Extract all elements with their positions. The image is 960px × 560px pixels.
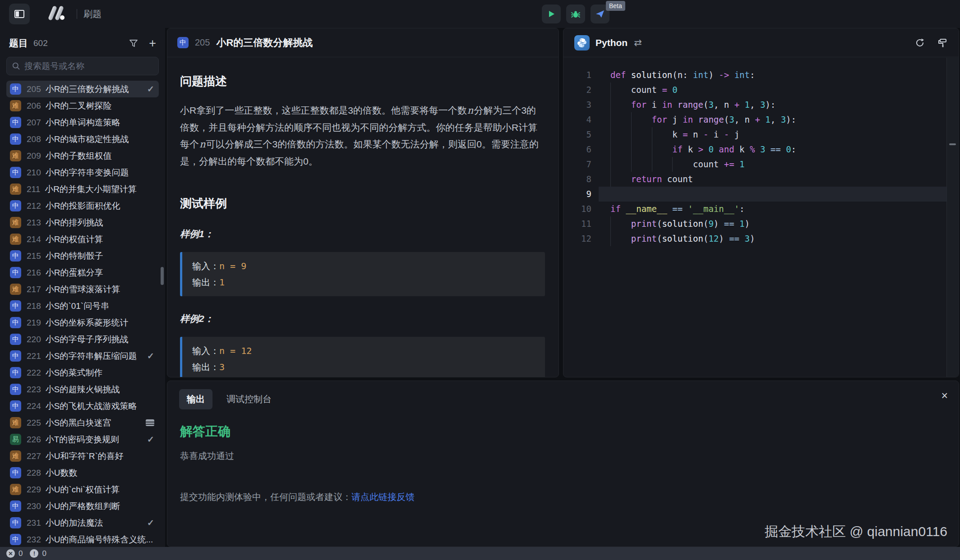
scroll-position-mark	[949, 143, 956, 145]
problem-list-item[interactable]: 难214小R的权值计算	[6, 231, 159, 248]
difficulty-badge: 中	[10, 267, 21, 278]
difficulty-badge: 中	[10, 517, 21, 528]
output-value: 1	[219, 277, 225, 288]
problem-number: 217	[27, 285, 41, 294]
problem-list-item[interactable]: 中216小R的蛋糕分享	[6, 264, 159, 281]
problem-list-item[interactable]: 中220小S的字母子序列挑战	[6, 331, 159, 348]
problem-number: 228	[27, 468, 41, 478]
problem-list-item[interactable]: 中232小U的商品编号特殊含义统...	[6, 531, 159, 547]
bug-icon	[571, 9, 581, 19]
problem-list-item[interactable]: 中210小R的字符串变换问题	[6, 164, 159, 181]
problem-title: 小R的并集大小期望计算	[45, 184, 154, 195]
check-icon: ✓	[147, 434, 154, 445]
errors-icon[interactable]: ✕	[6, 549, 15, 558]
problem-list-item[interactable]: 中228小U数数	[6, 464, 159, 481]
run-button[interactable]	[542, 5, 561, 23]
problem-list-item[interactable]: 难227小U和字符`R`的喜好	[6, 448, 159, 464]
code-line: for i in range(3, n + 1, 3):	[599, 97, 946, 112]
sidebar-scrollbar[interactable]	[161, 267, 164, 285]
divider	[77, 9, 77, 19]
code-editor-panel: Python ⇄ 1234	[563, 28, 959, 377]
reset-code-icon[interactable]	[914, 37, 925, 48]
problem-list-item[interactable]: 中212小R的投影面积优化	[6, 197, 159, 214]
problem-list-item[interactable]: 中205小R的三倍数分解挑战✓	[6, 81, 159, 97]
language-label: Python	[595, 37, 628, 48]
problem-list-item[interactable]: 中208小R的城市稳定性挑战	[6, 131, 159, 147]
add-icon[interactable]: +	[149, 37, 156, 50]
input-value: n = 12	[219, 345, 252, 356]
problem-title: 小S的字符串解压缩问题	[46, 350, 143, 362]
debug-button[interactable]	[566, 5, 585, 23]
close-icon[interactable]: ×	[941, 390, 948, 401]
problem-list-item[interactable]: 中215小R的特制骰子	[6, 248, 159, 264]
difficulty-badge: 难	[10, 484, 21, 495]
difficulty-badge: 易	[10, 434, 21, 445]
search-input[interactable]	[24, 61, 153, 71]
editor-scrollbar[interactable]	[946, 58, 959, 377]
line-number: 12	[563, 231, 599, 246]
problem-list-item[interactable]: 中223小S的超辣火锅挑战	[6, 381, 159, 398]
problem-list-item[interactable]: 难206小R的二叉树探险	[6, 97, 159, 114]
problem-list-item[interactable]: 中221小S的字符串解压缩问题✓	[6, 348, 159, 364]
warnings-icon[interactable]: !	[30, 549, 38, 558]
problem-list-item[interactable]: 难229小U的`chi`权值计算	[6, 481, 159, 498]
problem-list-item[interactable]: 难213小R的排列挑战	[6, 214, 159, 231]
search-icon	[12, 62, 20, 70]
toggle-sidebar-button[interactable]	[9, 4, 30, 24]
problem-number: 215	[27, 251, 41, 261]
problem-list-item[interactable]: 难209小R的子数组权值	[6, 147, 159, 164]
line-number: 8	[563, 172, 599, 187]
app-title: 刷题	[83, 8, 102, 20]
line-number: 3	[563, 97, 599, 112]
difficulty-badge: 难	[10, 417, 21, 428]
line-number: 5	[563, 127, 599, 142]
beta-badge: Beta	[606, 1, 625, 11]
problem-list-item[interactable]: 中218小S的`01`问号串	[6, 298, 159, 314]
problem-list-item[interactable]: 中231小U的加法魔法✓	[6, 514, 159, 531]
problem-list-item[interactable]: 中222小S的菜式制作	[6, 364, 159, 381]
input-label: 输入：	[192, 261, 219, 271]
line-number-gutter: 123456789101112	[563, 68, 599, 377]
problem-number: 225	[27, 418, 41, 428]
problem-number: 211	[27, 184, 40, 194]
line-number: 4	[563, 112, 599, 127]
difficulty-badge: 难	[10, 284, 21, 295]
line-number: 6	[563, 142, 599, 157]
code-line: k = n - i - j	[599, 127, 946, 142]
problem-number: 212	[27, 201, 41, 211]
tab-output[interactable]: 输出	[179, 389, 212, 409]
python-icon	[574, 35, 590, 50]
problem-title: 小S的飞机大战游戏策略	[46, 400, 154, 412]
problem-panel: 中 205 小R的三倍数分解挑战 问题描述 小R拿到了一些正整数，这些正整数都是…	[167, 28, 559, 377]
problem-list-item[interactable]: 难217小R的雪球滚落计算	[6, 281, 159, 298]
tab-debug-console[interactable]: 调试控制台	[219, 389, 279, 409]
difficulty-badge: 中	[10, 500, 21, 512]
problem-list-item[interactable]: 中224小S的飞机大战游戏策略	[6, 398, 159, 414]
problem-list-item[interactable]: 难225小S的黑白块迷宫	[6, 414, 159, 431]
problem-list-item[interactable]: 易226小T的密码变换规则✓	[6, 431, 159, 448]
problem-title: 小R的投影面积优化	[46, 200, 154, 212]
problem-list-item[interactable]: 中230小U的严格数组判断	[6, 498, 159, 514]
example-block: 输入：n = 12 输出：3	[180, 337, 545, 377]
format-code-icon[interactable]	[937, 37, 948, 48]
difficulty-badge: 难	[10, 450, 21, 462]
check-icon: ✓	[147, 518, 154, 528]
problem-number: 232	[27, 535, 41, 545]
problem-title: 小R的字符串变换问题	[46, 167, 154, 179]
code-area[interactable]: 123456789101112 def solution(n: int) -> …	[563, 58, 946, 377]
problem-number: 214	[27, 234, 41, 244]
problem-sidebar: 题目 602 + 中205小R的三倍数分解挑战✓难206小R的二叉树探险中207…	[0, 28, 165, 547]
problem-list-item[interactable]: 中207小R的单词构造策略	[6, 114, 159, 131]
problem-number: 209	[27, 151, 41, 161]
problem-list-item[interactable]: 难211小R的并集大小期望计算	[6, 181, 159, 197]
problem-list-item[interactable]: 中219小S的坐标系菱形统计	[6, 314, 159, 331]
problem-title: 小S的黑白块迷宫	[46, 417, 142, 429]
switch-language-icon[interactable]: ⇄	[634, 37, 642, 48]
feedback-link[interactable]: 请点此链接反馈	[351, 492, 415, 502]
filter-icon[interactable]	[129, 39, 138, 48]
search-box[interactable]	[6, 57, 159, 75]
submit-button[interactable]: Beta	[591, 5, 609, 23]
line-number: 10	[563, 202, 599, 216]
problem-number: 216	[27, 268, 41, 278]
problem-title: 小R的排列挑战	[46, 217, 154, 229]
